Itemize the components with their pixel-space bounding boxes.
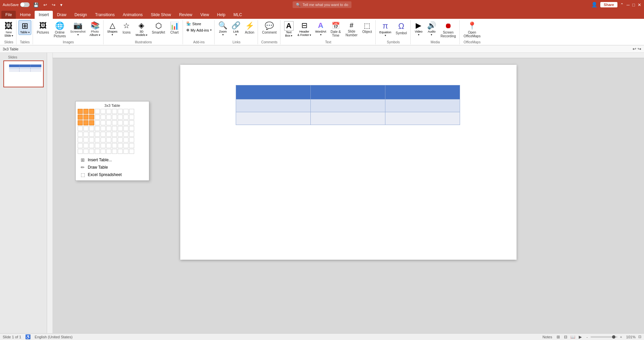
grid-cell-2-8[interactable]: [123, 120, 128, 125]
slide-number-button[interactable]: # SlideNumber: [344, 20, 360, 38]
qa-undo[interactable]: ↩: [42, 2, 48, 8]
grid-cell-4-4[interactable]: [101, 132, 106, 137]
text-box-button[interactable]: A Text Box ▾: [282, 20, 295, 38]
qa-redo[interactable]: ↪: [51, 2, 56, 8]
screen-recording-button[interactable]: ⏺ ScreenRecording: [439, 20, 458, 39]
new-slide-button[interactable]: 🖼 New Slide ▾: [3, 20, 15, 38]
grid-cell-4-0[interactable]: [78, 132, 83, 137]
chart-button[interactable]: 📊 Chart: [168, 20, 181, 36]
table-cell-1-2[interactable]: [310, 85, 385, 99]
table-cell-2-1[interactable]: [236, 99, 310, 112]
grid-cell-6-5[interactable]: [106, 143, 111, 148]
grid-cell-1-5[interactable]: [106, 115, 111, 120]
grid-cell-5-4[interactable]: [101, 137, 106, 142]
grid-cell-3-2[interactable]: [89, 126, 94, 131]
grid-cell-5-9[interactable]: [129, 137, 134, 142]
grid-cell-7-2[interactable]: [89, 149, 94, 154]
grid-cell-1-3[interactable]: [95, 115, 100, 120]
grid-cell-0-8[interactable]: [123, 109, 128, 114]
grid-cell-6-7[interactable]: [118, 143, 123, 148]
my-addins-caret[interactable]: ▾: [210, 29, 212, 32]
photo-album-caret[interactable]: ▾: [99, 34, 100, 37]
grid-cell-5-8[interactable]: [123, 137, 128, 142]
grid-cell-5-1[interactable]: [83, 137, 88, 142]
grid-cell-4-9[interactable]: [129, 132, 134, 137]
grid-cell-2-6[interactable]: [112, 120, 117, 125]
grid-cell-1-7[interactable]: [118, 115, 123, 120]
shapes-button[interactable]: △ Shapes ▾: [106, 20, 119, 37]
grid-cell-0-1[interactable]: [83, 109, 88, 114]
grid-cell-7-5[interactable]: [106, 149, 111, 154]
grid-cell-2-0[interactable]: [78, 120, 83, 125]
grid-cell-6-8[interactable]: [123, 143, 128, 148]
grid-cell-3-7[interactable]: [118, 126, 123, 131]
accessibility-icon[interactable]: ♿: [25, 334, 31, 339]
tab-home[interactable]: Home: [16, 11, 35, 19]
table-cell-1-3[interactable]: [385, 85, 460, 99]
3d-models-caret[interactable]: ▾: [146, 34, 147, 37]
audio-button[interactable]: 🔊 Audio ▾: [425, 20, 438, 37]
grid-cell-6-6[interactable]: [112, 143, 117, 148]
grid-cell-7-6[interactable]: [112, 149, 117, 154]
grid-cell-3-6[interactable]: [112, 126, 117, 131]
grid-cell-5-0[interactable]: [78, 137, 83, 142]
table-cell-3-1[interactable]: [236, 112, 310, 125]
object-button[interactable]: ⬚ Object: [360, 20, 374, 35]
table-button[interactable]: ⊞ Table ▾: [18, 20, 31, 35]
action-button[interactable]: ⚡ Action: [243, 20, 256, 36]
tab-file[interactable]: File: [1, 11, 16, 19]
grid-cell-6-9[interactable]: [129, 143, 134, 148]
table-cell-3-3[interactable]: [385, 112, 460, 125]
video-caret[interactable]: ▾: [418, 33, 419, 36]
my-addins-button[interactable]: ⊕ My Add-ins ▾: [185, 27, 213, 33]
wordart-caret[interactable]: ▾: [320, 33, 321, 36]
grid-cell-0-6[interactable]: [112, 109, 117, 114]
grid-cell-3-9[interactable]: [129, 126, 134, 131]
slide-table[interactable]: [236, 85, 460, 125]
grid-cell-4-1[interactable]: [83, 132, 88, 137]
grid-cell-6-1[interactable]: [83, 143, 88, 148]
grid-cell-2-3[interactable]: [95, 120, 100, 125]
icons-button[interactable]: ☆ Icons: [120, 20, 133, 36]
link-button[interactable]: 🔗 Link ▾: [230, 20, 242, 37]
grid-cell-4-8[interactable]: [123, 132, 128, 137]
grid-cell-3-3[interactable]: [95, 126, 100, 131]
grid-cell-6-4[interactable]: [101, 143, 106, 148]
photo-album-button[interactable]: 📚 Photo Album ▾: [88, 20, 102, 38]
grid-cell-2-7[interactable]: [118, 120, 123, 125]
audio-caret[interactable]: ▾: [431, 33, 432, 36]
grid-cell-4-7[interactable]: [118, 132, 123, 137]
grid-cell-3-5[interactable]: [106, 126, 111, 131]
share-button[interactable]: Share: [600, 2, 617, 7]
grid-cell-7-4[interactable]: [101, 149, 106, 154]
grid-container[interactable]: [78, 109, 147, 154]
smartart-button[interactable]: ⬡ SmartArt: [150, 20, 167, 36]
equation-caret[interactable]: ▾: [385, 34, 386, 37]
tab-design[interactable]: Design: [70, 11, 91, 19]
tab-help[interactable]: Help: [213, 11, 230, 19]
grid-cell-2-9[interactable]: [129, 120, 134, 125]
table-cell-1-1[interactable]: [236, 85, 310, 99]
draw-table-item[interactable]: ✏ Draw Table: [78, 164, 147, 171]
grid-cell-4-3[interactable]: [95, 132, 100, 137]
grid-cell-4-6[interactable]: [112, 132, 117, 137]
maximize-button[interactable]: □: [632, 2, 635, 7]
header-footer-caret[interactable]: ▾: [310, 34, 311, 37]
tab-transitions[interactable]: Transitions: [91, 11, 119, 19]
grid-cell-2-4[interactable]: [101, 120, 106, 125]
grid-cell-0-3[interactable]: [95, 109, 100, 114]
wordart-button[interactable]: A WordArt ▾: [313, 20, 328, 37]
store-button[interactable]: 🏪 Store: [185, 21, 213, 27]
sub-tool-2[interactable]: ↪: [638, 46, 641, 51]
grid-cell-7-0[interactable]: [78, 149, 83, 154]
fit-slide-btn[interactable]: ⊡: [638, 335, 641, 339]
grid-cell-3-8[interactable]: [123, 126, 128, 131]
new-slide-caret[interactable]: ▾: [12, 34, 13, 37]
text-box-caret[interactable]: ▾: [291, 34, 292, 37]
qa-save[interactable]: 💾: [32, 2, 40, 8]
date-time-button[interactable]: 📅 Date &Time: [329, 20, 343, 39]
table-cell-2-2[interactable]: [310, 99, 385, 112]
search-placeholder[interactable]: Tell me what you want to do: [303, 3, 348, 7]
tab-mlc[interactable]: MLC: [229, 11, 246, 19]
zoom-slider[interactable]: [591, 336, 617, 338]
